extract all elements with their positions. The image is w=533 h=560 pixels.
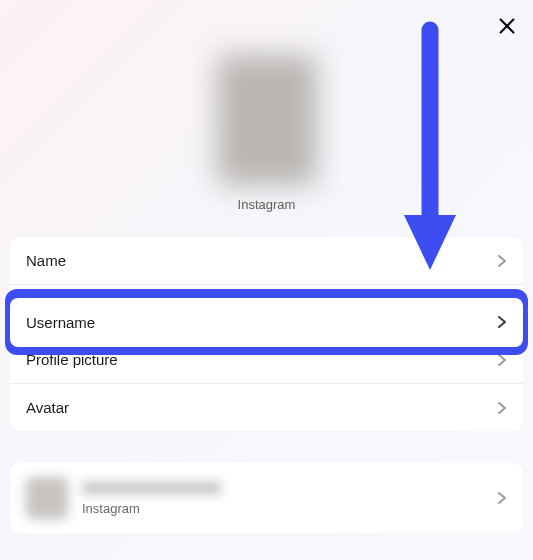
row-avatar[interactable]: Avatar <box>10 383 523 431</box>
profile-section: Instagram <box>0 0 533 212</box>
account-info: Instagram <box>82 481 497 516</box>
chevron-right-icon <box>497 254 507 268</box>
row-label: Username <box>26 314 95 331</box>
row-name[interactable]: Name <box>10 237 523 284</box>
account-thumbnail <box>26 477 68 519</box>
annotation-highlight: Username <box>5 289 528 355</box>
row-username[interactable]: Username <box>10 298 523 347</box>
account-platform: Instagram <box>82 501 497 516</box>
profile-caption: Instagram <box>238 197 296 212</box>
chevron-right-icon <box>497 401 507 415</box>
chevron-right-icon <box>497 491 507 505</box>
profile-picture-preview <box>217 55 317 185</box>
row-label: Avatar <box>26 399 69 416</box>
close-button[interactable] <box>496 15 518 41</box>
chevron-right-icon <box>497 315 507 329</box>
close-icon <box>496 23 518 40</box>
account-name-redacted <box>82 481 222 495</box>
row-label: Name <box>26 252 66 269</box>
linked-account-card[interactable]: Instagram <box>10 463 523 533</box>
